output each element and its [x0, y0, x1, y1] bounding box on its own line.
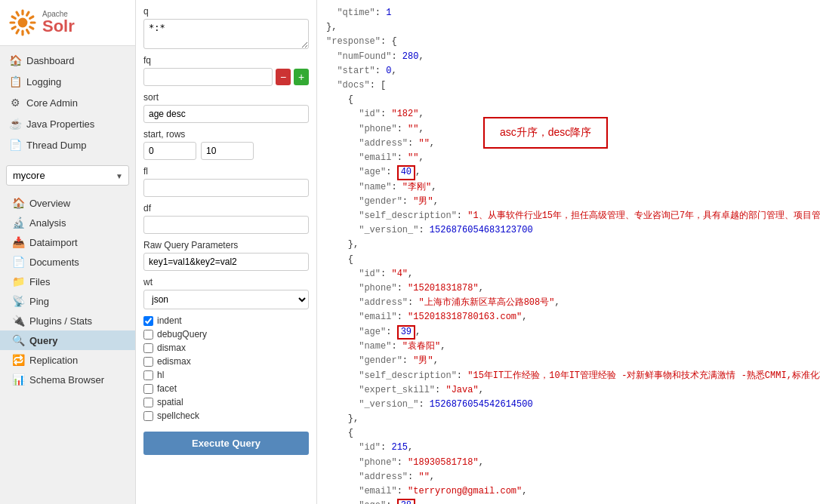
- wt-select[interactable]: json xml csv python ruby: [143, 290, 309, 309]
- svg-rect-8: [15, 29, 20, 35]
- json-line: "address": "",: [326, 470, 811, 484]
- json-line: "age": 40,: [326, 165, 811, 180]
- start-rows-row: [143, 142, 309, 160]
- sub-nav-files[interactable]: 📁 Files: [0, 272, 135, 291]
- svg-rect-4: [30, 21, 36, 23]
- spellcheck-checkbox-row: spellcheck: [143, 410, 309, 421]
- fl-label: fl: [143, 166, 309, 177]
- execute-query-button[interactable]: Execute Query: [143, 432, 309, 455]
- json-line: "age": 39,: [326, 325, 811, 340]
- json-line: "_version_": 1526876054542614500: [326, 398, 811, 412]
- json-line: "docs": [: [326, 78, 811, 93]
- json-line: "age": 38,: [326, 499, 811, 504]
- nav-label-thread-dump: Thread Dump: [26, 140, 86, 151]
- json-line: "gender": "男",: [326, 195, 811, 209]
- debug-query-checkbox-row: debugQuery: [143, 329, 309, 340]
- analysis-icon: 🔬: [12, 217, 24, 229]
- wt-field-group: wt json xml csv python ruby: [143, 277, 309, 309]
- svg-rect-2: [25, 11, 30, 17]
- edismax-checkbox[interactable]: [143, 357, 153, 367]
- sub-nav-query[interactable]: 🔍 Query: [0, 330, 135, 350]
- fl-input[interactable]: [143, 179, 309, 197]
- sub-nav: 🏠 Overview 🔬 Analysis 📥 Dataimport 📄 Doc…: [0, 192, 135, 391]
- df-input[interactable]: [143, 216, 309, 234]
- logging-icon: 📋: [9, 75, 21, 88]
- debug-query-label: debugQuery: [157, 329, 207, 340]
- q-label: q: [143, 6, 309, 17]
- sub-nav-label-overview: Overview: [29, 198, 70, 209]
- fq-input[interactable]: [143, 68, 273, 86]
- debug-query-checkbox[interactable]: [143, 330, 153, 340]
- tooltip-text: asc升序，desc降序: [500, 126, 591, 138]
- core-select-dropdown[interactable]: mycore: [6, 165, 129, 186]
- svg-rect-5: [29, 25, 35, 30]
- json-line: },: [326, 238, 811, 252]
- main-content: q *:* fq − + sort start, rows fl: [136, 0, 820, 504]
- sub-nav-schema-browser[interactable]: 📊 Schema Browser: [0, 370, 135, 389]
- rows-input[interactable]: [201, 142, 254, 160]
- json-line: "qtime": 1: [326, 6, 811, 20]
- json-line: "email": "terryrong@gmail.com",: [326, 484, 811, 499]
- json-line: "phone": "15201831878",: [326, 281, 811, 296]
- fq-add-button[interactable]: +: [294, 69, 309, 85]
- fq-remove-button[interactable]: −: [276, 69, 291, 85]
- spellcheck-checkbox[interactable]: [143, 411, 153, 421]
- nav-item-logging[interactable]: 📋 Logging: [0, 71, 135, 92]
- sub-nav-analysis[interactable]: 🔬 Analysis: [0, 213, 135, 232]
- json-line: "id": "4",: [326, 267, 811, 281]
- fq-row: − +: [143, 68, 309, 86]
- svg-rect-9: [11, 25, 17, 30]
- json-line: "name": "袁春阳",: [326, 340, 811, 354]
- sub-nav-ping[interactable]: 📡 Ping: [0, 291, 135, 311]
- fq-field-group: fq − +: [143, 55, 309, 86]
- sub-nav-documents[interactable]: 📄 Documents: [0, 252, 135, 272]
- json-line: "address": "上海市浦东新区草高公路808号",: [326, 296, 811, 310]
- nav-item-core-admin[interactable]: ⚙ Core Admin: [0, 92, 135, 113]
- core-admin-icon: ⚙: [9, 97, 21, 109]
- core-selector[interactable]: mycore ▼: [6, 165, 129, 186]
- nav-item-thread-dump[interactable]: 📄 Thread Dump: [0, 134, 135, 155]
- raw-query-input[interactable]: [143, 253, 309, 271]
- nav-label-java-properties: Java Properties: [26, 118, 94, 130]
- svg-rect-3: [29, 15, 35, 20]
- dismax-checkbox[interactable]: [143, 343, 153, 353]
- json-line: "start": 0,: [326, 64, 811, 78]
- svg-rect-12: [15, 11, 20, 17]
- sub-nav-overview[interactable]: 🏠 Overview: [0, 193, 135, 213]
- sort-field-group: sort: [143, 92, 309, 123]
- main-nav: 🏠 Dashboard 📋 Logging ⚙ Core Admin ☕ Jav…: [0, 46, 135, 159]
- ping-icon: 📡: [12, 295, 24, 307]
- sub-nav-label-documents: Documents: [29, 257, 79, 268]
- json-line: "email": "",: [326, 151, 811, 165]
- dismax-checkbox-row: dismax: [143, 343, 309, 353]
- facet-checkbox-row: facet: [143, 383, 309, 394]
- checkboxes-section: indent debugQuery dismax edismax hl face…: [143, 315, 309, 421]
- hl-checkbox[interactable]: [143, 370, 153, 380]
- query-icon: 🔍: [12, 334, 24, 346]
- nav-item-dashboard[interactable]: 🏠 Dashboard: [0, 50, 135, 71]
- dismax-label: dismax: [157, 343, 186, 353]
- json-line: "id": 215,: [326, 441, 811, 455]
- spatial-checkbox[interactable]: [143, 398, 153, 407]
- documents-icon: 📄: [12, 256, 24, 268]
- sub-nav-replication[interactable]: 🔁 Replication: [0, 350, 135, 370]
- sub-nav-dataimport[interactable]: 📥 Dataimport: [0, 232, 135, 252]
- start-input[interactable]: [143, 142, 196, 160]
- json-line: "email": "152018318780163.com",: [326, 310, 811, 324]
- facet-checkbox[interactable]: [143, 384, 153, 394]
- sub-nav-plugins-stats[interactable]: 🔌 Plugins / Stats: [0, 311, 135, 330]
- spatial-checkbox-row: spatial: [143, 397, 309, 407]
- json-line: {: [326, 253, 811, 267]
- json-line: "numFound": 280,: [326, 50, 811, 64]
- nav-item-java-properties[interactable]: ☕ Java Properties: [0, 113, 135, 134]
- hl-checkbox-row: hl: [143, 370, 309, 380]
- svg-rect-6: [25, 29, 30, 35]
- q-field-group: q *:*: [143, 6, 309, 49]
- sort-input[interactable]: [143, 105, 309, 123]
- json-line: "name": "李刚",: [326, 180, 811, 195]
- json-line: "self_description": "15年IT工作经验，10年IT管理经验…: [326, 369, 811, 383]
- sub-nav-label-schema-browser: Schema Browser: [29, 374, 104, 386]
- q-input[interactable]: *:*: [143, 19, 309, 49]
- files-icon: 📁: [12, 275, 24, 287]
- indent-checkbox[interactable]: [143, 316, 153, 326]
